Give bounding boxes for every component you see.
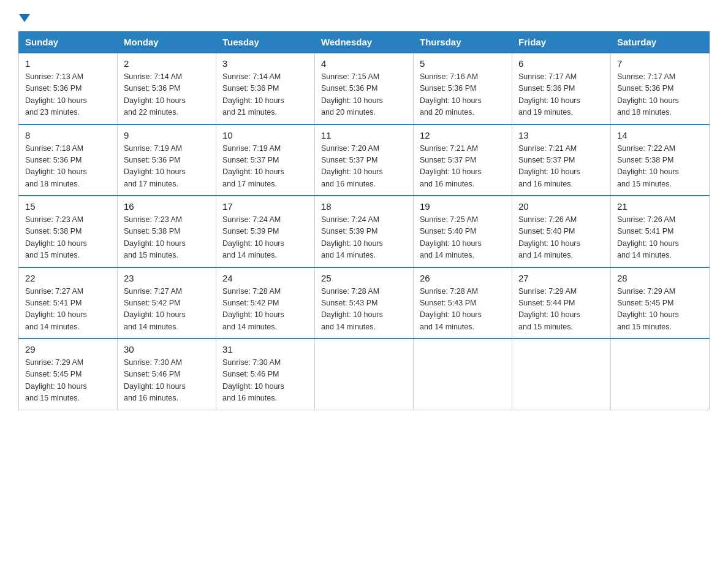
day-number: 25 [321,273,407,283]
day-info: Sunrise: 7:29 AMSunset: 5:44 PMDaylight:… [518,287,580,331]
day-info: Sunrise: 7:23 AMSunset: 5:38 PMDaylight:… [124,215,186,259]
day-info: Sunrise: 7:27 AMSunset: 5:41 PMDaylight:… [25,287,87,331]
day-header-thursday: Thursday [414,32,512,53]
day-number: 31 [222,344,308,354]
day-info: Sunrise: 7:20 AMSunset: 5:37 PMDaylight:… [321,144,383,188]
calendar-cell: 16 Sunrise: 7:23 AMSunset: 5:38 PMDaylig… [118,196,216,267]
calendar-cell [315,339,414,410]
logo-triangle-icon [19,14,30,22]
day-number: 24 [222,273,308,283]
calendar-cell: 2 Sunrise: 7:14 AMSunset: 5:36 PMDayligh… [118,53,216,124]
calendar-cell: 12 Sunrise: 7:21 AMSunset: 5:37 PMDaylig… [414,124,512,196]
day-info: Sunrise: 7:13 AMSunset: 5:36 PMDaylight:… [25,72,87,117]
day-number: 5 [420,58,506,69]
page-header [18,12,710,20]
day-info: Sunrise: 7:24 AMSunset: 5:39 PMDaylight:… [222,215,284,259]
day-number: 10 [222,130,308,140]
day-header-saturday: Saturday [611,32,710,53]
day-number: 4 [321,58,407,69]
logo [18,12,31,20]
day-info: Sunrise: 7:15 AMSunset: 5:36 PMDaylight:… [321,72,383,117]
day-header-sunday: Sunday [19,32,118,53]
day-info: Sunrise: 7:17 AMSunset: 5:36 PMDaylight:… [617,72,679,117]
calendar-cell: 3 Sunrise: 7:14 AMSunset: 5:36 PMDayligh… [216,53,315,124]
day-info: Sunrise: 7:28 AMSunset: 5:43 PMDaylight:… [321,287,383,331]
calendar-cell: 25 Sunrise: 7:28 AMSunset: 5:43 PMDaylig… [315,267,414,339]
day-info: Sunrise: 7:28 AMSunset: 5:43 PMDaylight:… [420,287,482,331]
calendar-cell: 6 Sunrise: 7:17 AMSunset: 5:36 PMDayligh… [512,53,611,124]
day-info: Sunrise: 7:24 AMSunset: 5:39 PMDaylight:… [321,215,383,259]
calendar-week-row: 8 Sunrise: 7:18 AMSunset: 5:36 PMDayligh… [19,124,710,196]
day-info: Sunrise: 7:28 AMSunset: 5:42 PMDaylight:… [222,287,284,331]
day-info: Sunrise: 7:16 AMSunset: 5:36 PMDaylight:… [420,72,482,117]
calendar-cell: 20 Sunrise: 7:26 AMSunset: 5:40 PMDaylig… [512,196,611,267]
day-number: 8 [25,130,111,140]
day-info: Sunrise: 7:29 AMSunset: 5:45 PMDaylight:… [617,287,679,331]
day-info: Sunrise: 7:29 AMSunset: 5:45 PMDaylight:… [25,358,87,402]
calendar-cell: 5 Sunrise: 7:16 AMSunset: 5:36 PMDayligh… [414,53,512,124]
calendar-cell: 11 Sunrise: 7:20 AMSunset: 5:37 PMDaylig… [315,124,414,196]
day-info: Sunrise: 7:26 AMSunset: 5:41 PMDaylight:… [617,215,679,259]
day-number: 29 [25,344,111,354]
calendar-cell: 4 Sunrise: 7:15 AMSunset: 5:36 PMDayligh… [315,53,414,124]
calendar-cell: 21 Sunrise: 7:26 AMSunset: 5:41 PMDaylig… [611,196,710,267]
day-number: 19 [420,201,506,212]
calendar-cell: 19 Sunrise: 7:25 AMSunset: 5:40 PMDaylig… [414,196,512,267]
calendar-cell: 29 Sunrise: 7:29 AMSunset: 5:45 PMDaylig… [19,339,118,410]
day-number: 22 [25,273,111,283]
day-info: Sunrise: 7:30 AMSunset: 5:46 PMDaylight:… [222,358,284,402]
day-number: 9 [124,130,210,140]
calendar-cell: 31 Sunrise: 7:30 AMSunset: 5:46 PMDaylig… [216,339,315,410]
calendar-header-row: SundayMondayTuesdayWednesdayThursdayFrid… [19,32,710,53]
day-number: 6 [518,58,604,69]
day-number: 7 [617,58,703,69]
day-number: 11 [321,130,407,140]
calendar-cell: 15 Sunrise: 7:23 AMSunset: 5:38 PMDaylig… [19,196,118,267]
calendar-cell: 9 Sunrise: 7:19 AMSunset: 5:36 PMDayligh… [118,124,216,196]
day-info: Sunrise: 7:22 AMSunset: 5:38 PMDaylight:… [617,144,679,188]
day-info: Sunrise: 7:19 AMSunset: 5:36 PMDaylight:… [124,144,186,188]
calendar-table: SundayMondayTuesdayWednesdayThursdayFrid… [18,31,710,410]
calendar-cell: 18 Sunrise: 7:24 AMSunset: 5:39 PMDaylig… [315,196,414,267]
day-info: Sunrise: 7:26 AMSunset: 5:40 PMDaylight:… [518,215,580,259]
day-number: 17 [222,201,308,212]
day-number: 3 [222,58,308,69]
day-info: Sunrise: 7:27 AMSunset: 5:42 PMDaylight:… [124,287,186,331]
day-header-monday: Monday [118,32,216,53]
day-number: 27 [518,273,604,283]
day-info: Sunrise: 7:19 AMSunset: 5:37 PMDaylight:… [222,144,284,188]
day-info: Sunrise: 7:30 AMSunset: 5:46 PMDaylight:… [124,358,186,402]
day-number: 28 [617,273,703,283]
calendar-week-row: 1 Sunrise: 7:13 AMSunset: 5:36 PMDayligh… [19,53,710,124]
day-info: Sunrise: 7:18 AMSunset: 5:36 PMDaylight:… [25,144,87,188]
calendar-cell: 14 Sunrise: 7:22 AMSunset: 5:38 PMDaylig… [611,124,710,196]
day-header-wednesday: Wednesday [315,32,414,53]
day-number: 16 [124,201,210,212]
calendar-cell: 13 Sunrise: 7:21 AMSunset: 5:37 PMDaylig… [512,124,611,196]
calendar-cell [611,339,710,410]
calendar-cell: 26 Sunrise: 7:28 AMSunset: 5:43 PMDaylig… [414,267,512,339]
day-header-friday: Friday [512,32,611,53]
day-number: 20 [518,201,604,212]
calendar-week-row: 29 Sunrise: 7:29 AMSunset: 5:45 PMDaylig… [19,339,710,410]
calendar-cell: 30 Sunrise: 7:30 AMSunset: 5:46 PMDaylig… [118,339,216,410]
calendar-cell: 7 Sunrise: 7:17 AMSunset: 5:36 PMDayligh… [611,53,710,124]
calendar-week-row: 15 Sunrise: 7:23 AMSunset: 5:38 PMDaylig… [19,196,710,267]
day-number: 26 [420,273,506,283]
day-number: 1 [25,58,111,69]
day-header-tuesday: Tuesday [216,32,315,53]
calendar-cell [512,339,611,410]
day-info: Sunrise: 7:17 AMSunset: 5:36 PMDaylight:… [518,72,580,117]
day-info: Sunrise: 7:14 AMSunset: 5:36 PMDaylight:… [222,72,284,117]
day-number: 15 [25,201,111,212]
day-number: 30 [124,344,210,354]
day-info: Sunrise: 7:14 AMSunset: 5:36 PMDaylight:… [124,72,186,117]
calendar-cell: 8 Sunrise: 7:18 AMSunset: 5:36 PMDayligh… [19,124,118,196]
calendar-cell: 27 Sunrise: 7:29 AMSunset: 5:44 PMDaylig… [512,267,611,339]
day-number: 21 [617,201,703,212]
day-info: Sunrise: 7:21 AMSunset: 5:37 PMDaylight:… [420,144,482,188]
day-number: 2 [124,58,210,69]
day-number: 23 [124,273,210,283]
calendar-cell: 22 Sunrise: 7:27 AMSunset: 5:41 PMDaylig… [19,267,118,339]
calendar-cell [414,339,512,410]
